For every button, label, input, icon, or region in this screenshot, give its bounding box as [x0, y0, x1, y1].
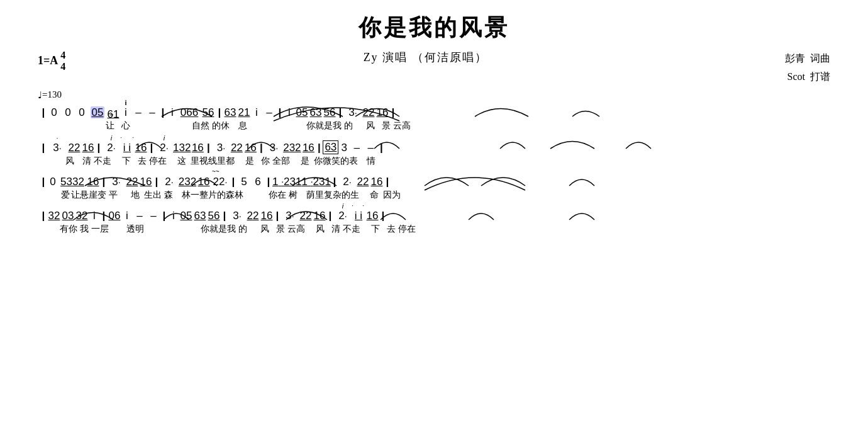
bar-mid-3: | [277, 106, 282, 119]
lyric-xia-l4: 下 [367, 224, 384, 235]
note-dash-2: – [145, 106, 159, 119]
lyric-qu: 去 [135, 156, 149, 167]
note-22-2: 22 [67, 142, 81, 154]
lyric-sen-3: 森林 [226, 190, 243, 201]
note-63-box: 63 [323, 140, 338, 154]
lyric-ni-jiu: 你就 [306, 120, 324, 132]
note-06: 06 [108, 210, 121, 222]
lyric-shu: 树 [286, 190, 300, 201]
bar-mid-2-5: | [316, 142, 321, 154]
note-2-dot-l3-2: 2· [338, 176, 356, 188]
lyric-de-l4: 的 [236, 224, 250, 235]
note-0-2: 0 [61, 106, 75, 119]
note-16-3: 16 [134, 142, 148, 154]
bar-start-3: | [41, 176, 46, 188]
note-ii-l4: ·i ·i [352, 210, 365, 222]
lyric-ni-jiu-l4: 你就 [201, 224, 218, 235]
note-16-5: 16 [243, 142, 257, 154]
lyric-quan: 全部 [272, 156, 290, 167]
note-16-l3-4: 16 [370, 176, 384, 188]
lyric-ping: 平 [106, 190, 120, 201]
note-2-dot-l4: i 2· [334, 210, 352, 222]
note-56-l4: 56 [207, 210, 221, 222]
lyric-ni-3: 你在 [269, 190, 286, 201]
lyric-qing: 清 [80, 156, 94, 167]
lyric-di: 地 [126, 190, 144, 201]
note-dash-l4-2: – [147, 210, 160, 222]
note-5332: 5332 [58, 176, 86, 188]
credits: 彭青 词曲 Scot 打谱 [785, 50, 830, 86]
note-3-dot-l4: 3· [228, 210, 246, 222]
note-i-l4-3: i [168, 210, 179, 222]
lyric-sheng: 生出 [144, 190, 162, 201]
notation-row-4: | 32 03 32 i | 06 i – – | i [41, 210, 827, 222]
song-title: 你是我的风景 [38, 13, 830, 43]
bar-mid-4-3: | [222, 210, 227, 222]
time-signature: 4 4 [60, 50, 65, 72]
note-066: 066 [178, 106, 201, 119]
lyric-yun-l4: 云高 [287, 224, 305, 235]
lyric-shi-2: 是 [296, 156, 314, 167]
lyric-qing-2: 情 [364, 156, 378, 167]
lyric-xia: 下 [118, 156, 135, 167]
note-3-dot-3: 3· [212, 142, 230, 154]
bar-mid-4-1: | [101, 210, 106, 222]
note-dash-1: – [131, 106, 145, 119]
lyrics-row-2: 风 清 不走 下 去 停在 这 里视线 里都 是 你 全部 是 你微笑 的表 情 [41, 156, 827, 167]
lyric-de: 的休 [212, 120, 230, 132]
bar-start-1: | [41, 106, 46, 119]
key-time-sig: 1=A 4 4 [38, 50, 65, 72]
lyric-feng-2: 风 [60, 156, 80, 167]
lyric-yun: 云高 [393, 120, 411, 132]
note-3-dot-l3: 3· [108, 176, 125, 188]
bar-mid-3-1: | [101, 176, 106, 188]
lyric-zheng: 整片的 [199, 190, 226, 201]
lyric-rong: 荫里复 [306, 190, 333, 201]
lyric-bu: 不走 [94, 156, 111, 167]
bar-mid-2: | [217, 106, 222, 119]
lyric-yin: 因为 [383, 190, 401, 201]
lyrics-row-1: 让 心 自然 的休 息 你就 是我 的 风 景 云高 [41, 120, 827, 132]
note-3-dot-l4-2: 3· [281, 210, 299, 222]
note-22: 22 [362, 106, 376, 119]
note-16-l3-2: 16 [139, 176, 153, 188]
note-22-3: 22 [230, 142, 243, 154]
note-63-2: 63 [309, 106, 323, 119]
tempo-note-icon: ♩ [38, 89, 42, 101]
note-16: 16 [376, 106, 389, 119]
performers: Zy 演唱 （何洁原唱） [65, 50, 785, 65]
note-16-l3: 16 [86, 176, 100, 188]
lyric-qing-l4: 清 [329, 224, 343, 235]
note-dash-l4-1: – [133, 210, 147, 222]
lyric-jing: 景 [379, 120, 393, 132]
lyric-feng: 风 [362, 120, 379, 132]
bar-mid-2-1: | [96, 142, 101, 154]
lyric-wo: 我 [77, 224, 91, 235]
note-2-dot: i 2· [103, 142, 120, 154]
lyric-ni-2: 你微笑 [314, 156, 340, 167]
lyric-tou: 透明 [126, 224, 144, 235]
note-i-l4: i [89, 210, 100, 222]
note-16-6: 16 [301, 142, 315, 154]
lyric-de-2: 的 [342, 120, 355, 132]
time-sig-top: 4 [60, 50, 65, 61]
bar-mid-2-3: | [206, 142, 211, 154]
note-21: 21 [237, 106, 251, 119]
note-05: 05 [89, 106, 106, 119]
note-3: 3 [338, 142, 350, 154]
score-line-2: | ·3· 22 16 | i 2· ·i ·i [41, 140, 827, 154]
tempo-marking: ♩ =130 [38, 89, 830, 101]
lyric-yi: 一层 [91, 224, 109, 235]
tempo-value: =130 [42, 89, 62, 100]
lyric-you-ni: 有你 [60, 224, 77, 235]
meta-row: 1=A 4 4 Zy 演唱 （何洁原唱） 彭青 词曲 Scot 打谱 [38, 50, 830, 86]
note-22-dot-l3: ~~ 22· [211, 176, 230, 188]
lyric-bu-l4: 不走 [343, 224, 360, 235]
note-2-dot-l3: 2· [160, 176, 178, 188]
note-63-l4: 63 [193, 210, 207, 222]
bar-mid-3-2: | [154, 176, 159, 188]
score-line-3: | 0 5332 16 | 3· 22 16 | 2· [41, 176, 827, 188]
lyric-feng-2-l4: 风 [311, 224, 329, 235]
bar-end-3: | [385, 176, 390, 188]
note-132: 132 [173, 142, 191, 154]
